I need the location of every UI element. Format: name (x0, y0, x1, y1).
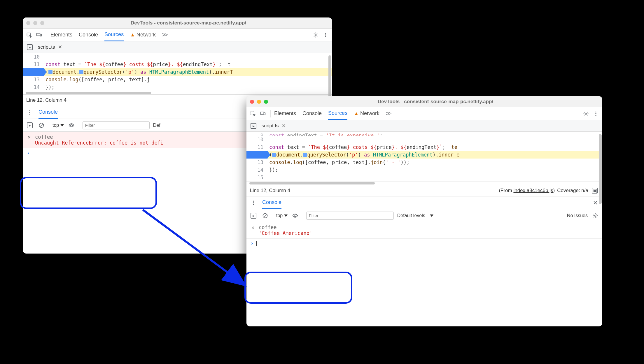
code-line[interactable]: 9const endingText = 'It is expensive.'; (246, 132, 602, 136)
gear-icon[interactable] (591, 212, 599, 220)
line-number[interactable]: 10 (246, 136, 267, 143)
svg-point-16 (595, 111, 596, 112)
svg-rect-2 (40, 34, 41, 36)
svg-point-20 (253, 202, 254, 203)
navigator-toggle-icon[interactable]: ▸ (249, 122, 258, 130)
filter-input[interactable] (306, 212, 394, 220)
line-number[interactable]: 9 (246, 132, 267, 136)
code-line[interactable]: 13console.log([coffee, price, text].j (23, 76, 332, 83)
device-icon[interactable] (259, 110, 267, 118)
console-output: ✕ coffee 'Coffee Americano' › (246, 222, 602, 248)
close-icon[interactable]: ✕ (251, 224, 255, 230)
file-tab-script[interactable]: script.ts ✕ (262, 123, 286, 129)
minimize-dot[interactable] (257, 100, 261, 104)
code-line[interactable]: 10 (23, 53, 332, 61)
line-number[interactable]: 13 (246, 159, 267, 166)
inspect-icon[interactable] (25, 31, 33, 39)
drawer-tab-console[interactable]: Console (262, 197, 281, 209)
svg-point-11 (70, 124, 72, 126)
tabs-overflow[interactable]: >> (386, 107, 390, 120)
svg-point-21 (253, 204, 254, 205)
vertical-scrollbar[interactable] (599, 134, 602, 323)
tabs-overflow[interactable]: >> (162, 29, 167, 41)
navigator-toggle-icon[interactable]: ▸ (26, 43, 34, 51)
close-dot[interactable] (26, 21, 30, 25)
close-icon[interactable]: ✕ (282, 123, 286, 129)
close-dot[interactable] (250, 100, 254, 104)
clear-icon[interactable] (261, 212, 269, 220)
coverage-label: Coverage: n/a (557, 188, 588, 194)
tab-console[interactable]: Console (302, 107, 322, 120)
svg-point-19 (253, 201, 254, 201)
file-tab-script[interactable]: script.ts ✕ (38, 44, 62, 50)
code-line[interactable]: 12(document.querySelector('p') as HTMLPa… (246, 151, 602, 159)
window-title: DevTools - consistent-source-map-pc.netl… (48, 20, 328, 26)
close-icon[interactable]: ✕ (591, 199, 599, 207)
code-line[interactable]: 14}); (246, 166, 602, 174)
code-line[interactable]: 11const text = `The ${coffee} costs ${pr… (246, 143, 602, 151)
line-number[interactable]: 14 (23, 83, 44, 91)
svg-point-18 (595, 115, 596, 116)
file-tabs-bar: ▸ script.ts ✕ (23, 41, 332, 53)
code-line[interactable]: 10 (246, 136, 602, 143)
tab-elements[interactable]: Elements (50, 29, 72, 41)
filter-input[interactable] (83, 121, 150, 129)
code-editor[interactable]: 9const endingText = 'It is expensive.';1… (246, 132, 602, 181)
tab-sources[interactable]: Sources (328, 108, 347, 120)
live-expression-icon[interactable] (67, 121, 76, 129)
svg-point-5 (325, 34, 326, 35)
horizontal-scrollbar[interactable] (246, 181, 602, 185)
gear-icon[interactable] (312, 31, 320, 39)
kebab-icon[interactable] (321, 31, 330, 39)
svg-point-9 (29, 114, 30, 115)
tab-elements[interactable]: Elements (274, 107, 296, 120)
sidebar-toggle-icon[interactable]: ▸ (26, 121, 34, 129)
svg-point-8 (29, 112, 30, 113)
tab-console[interactable]: Console (79, 29, 98, 41)
code-line[interactable]: 14}); (23, 83, 332, 91)
code-line[interactable]: 15 (246, 174, 602, 181)
kebab-icon[interactable] (26, 108, 34, 117)
no-issues-label[interactable]: No Issues (567, 213, 588, 218)
log-levels[interactable]: Def (153, 123, 160, 128)
line-number[interactable]: 14 (246, 166, 267, 174)
horizontal-scrollbar[interactable] (23, 91, 332, 94)
context-selector[interactable]: top (276, 213, 288, 218)
context-selector[interactable]: top (52, 123, 64, 128)
tab-network[interactable]: ▲ Network (354, 107, 379, 120)
zoom-dot[interactable] (264, 100, 268, 104)
code-line[interactable]: 12(document.querySelector('p') as HTMLPa… (23, 68, 332, 76)
minimize-dot[interactable] (33, 21, 37, 25)
zoom-dot[interactable] (40, 21, 44, 25)
svg-point-6 (325, 36, 326, 37)
code-line[interactable]: 13console.log([coffee, price, text].join… (246, 159, 602, 166)
line-number[interactable]: 15 (246, 174, 267, 181)
line-number[interactable]: 12 (23, 68, 44, 76)
drawer-tabs: Console ✕ (246, 196, 602, 209)
coverage-icon[interactable]: ▣ (591, 187, 599, 195)
close-icon[interactable]: ✕ (27, 134, 32, 140)
tab-sources[interactable]: Sources (104, 29, 124, 41)
device-icon[interactable] (35, 31, 43, 39)
inspect-icon[interactable] (249, 110, 257, 118)
code-text (44, 53, 332, 61)
drawer-tab-console[interactable]: Console (38, 106, 58, 119)
close-icon[interactable]: ✕ (58, 44, 62, 50)
sidebar-toggle-icon[interactable]: ▸ (249, 212, 258, 220)
clear-icon[interactable] (37, 121, 46, 129)
line-number[interactable]: 11 (246, 143, 267, 151)
line-number[interactable]: 11 (23, 61, 44, 68)
gear-icon[interactable] (582, 110, 590, 118)
kebab-icon[interactable] (249, 199, 258, 207)
line-number[interactable]: 13 (23, 76, 44, 83)
source-map-link[interactable]: index.a8c1ec6b.js (513, 188, 553, 193)
code-line[interactable]: 11const text = `The ${coffee} costs ${pr… (23, 61, 332, 68)
code-editor[interactable]: 1011const text = `The ${coffee} costs ${… (23, 53, 332, 91)
line-number[interactable]: 10 (23, 53, 44, 61)
tab-network[interactable]: ▲ Network (130, 29, 156, 41)
log-levels[interactable]: Default levels (397, 213, 434, 218)
kebab-icon[interactable] (592, 110, 600, 118)
line-number[interactable]: 12 (246, 151, 267, 159)
console-prompt[interactable]: › (246, 239, 602, 248)
live-expression-icon[interactable] (291, 212, 299, 220)
